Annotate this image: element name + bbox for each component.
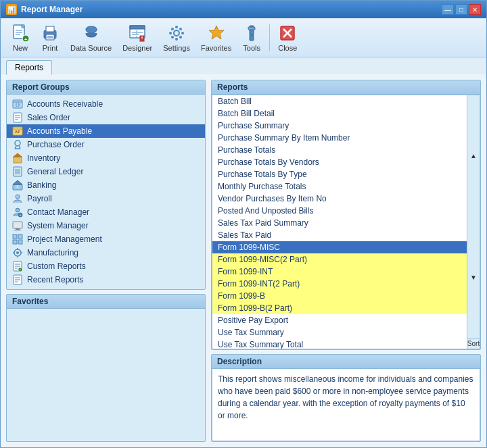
- group-manufacturing[interactable]: Manufacturing: [7, 246, 205, 259]
- toolbar-settings-button[interactable]: Settings: [158, 21, 195, 55]
- svg-rect-33: [250, 35, 254, 41]
- new-icon: +: [11, 24, 30, 43]
- group-accounts-receivable[interactable]: $ Accounts Receivable: [7, 97, 205, 111]
- report-groups-panel: Report Groups $ Accounts Receivable Sale…: [6, 80, 206, 290]
- report-purchase-totals-type[interactable]: Purchase Totals By Type: [212, 168, 467, 180]
- print-label: Print: [43, 44, 58, 52]
- group-banking[interactable]: $ Banking: [7, 178, 205, 192]
- maximize-button[interactable]: □: [455, 4, 467, 15]
- group-recent-reports[interactable]: Recent Reports: [7, 273, 205, 287]
- inventory-label: Inventory: [27, 153, 60, 163]
- svg-rect-66: [14, 230, 21, 230]
- report-sales-tax-paid[interactable]: Sales Tax Paid: [212, 229, 467, 241]
- svg-point-23: [175, 38, 178, 41]
- report-purchase-summary-item[interactable]: Purchase Summary By Item Number: [212, 132, 467, 144]
- reports-list[interactable]: Batch Bill Batch Bill Detail Purchase Su…: [212, 95, 467, 349]
- inventory-icon: [12, 153, 23, 164]
- report-monthly-purchase-totals[interactable]: Monthly Purchase Totals: [212, 180, 467, 193]
- reports-list-container: Batch Bill Batch Bill Detail Purchase Su…: [212, 95, 480, 349]
- svg-rect-67: [13, 234, 17, 239]
- window-close-button[interactable]: ✕: [469, 4, 481, 15]
- group-list: $ Accounts Receivable Sales Order AP: [7, 95, 205, 289]
- svg-text:$: $: [17, 184, 19, 189]
- reports-panel: Reports Batch Bill Batch Bill Detail Pur…: [211, 80, 481, 350]
- group-general-ledger[interactable]: General Ledger: [7, 165, 205, 178]
- reports-header: Reports: [212, 80, 480, 95]
- toolbar-datasource-button[interactable]: Data Source: [66, 21, 116, 55]
- toolbar-print-button[interactable]: Print: [36, 21, 64, 55]
- report-batch-bill[interactable]: Batch Bill: [212, 95, 467, 107]
- svg-rect-32: [248, 27, 255, 30]
- group-contact-manager[interactable]: + Contact Manager: [7, 205, 205, 219]
- svg-rect-9: [46, 34, 54, 40]
- toolbar-favorites-button[interactable]: Favorites: [196, 21, 236, 55]
- report-groups-header: Report Groups: [7, 80, 205, 95]
- sales-order-icon: [12, 112, 23, 123]
- sort-label: Sort: [467, 338, 480, 349]
- favorites-panel: Favorites: [6, 294, 206, 442]
- datasource-icon: [82, 24, 101, 43]
- svg-rect-8: [46, 26, 54, 32]
- group-system-manager[interactable]: System Manager: [7, 219, 205, 232]
- report-form-1099-b[interactable]: Form 1099-B: [212, 290, 467, 302]
- svg-rect-14: [130, 26, 145, 29]
- description-content: This report shows miscellaneous income f…: [212, 369, 480, 441]
- group-sales-order[interactable]: Sales Order: [7, 111, 205, 124]
- report-form-1099-b-2[interactable]: Form 1099-B(2 Part): [212, 302, 467, 314]
- group-purchase-order[interactable]: Purchase Order: [7, 138, 205, 151]
- general-ledger-label: General Ledger: [27, 167, 83, 176]
- scroll-down-button[interactable]: ▼: [467, 217, 480, 339]
- right-panel: Reports Batch Bill Batch Bill Detail Pur…: [211, 80, 481, 442]
- svg-point-25: [181, 32, 184, 34]
- contact-manager-icon: +: [12, 207, 23, 218]
- svg-rect-50: [14, 157, 22, 163]
- title-bar-left: 📊 Report Manager: [6, 4, 83, 15]
- favorites-icon: [207, 24, 226, 43]
- group-payroll[interactable]: Payroll: [7, 192, 205, 205]
- report-use-tax-summary[interactable]: Use Tax Summary: [212, 326, 467, 339]
- print-icon: [41, 24, 60, 43]
- svg-rect-69: [13, 240, 17, 244]
- general-ledger-icon: [12, 166, 23, 177]
- toolbar-new-button[interactable]: + New: [6, 21, 34, 55]
- group-project-management[interactable]: Project Management: [7, 232, 205, 246]
- report-purchase-totals[interactable]: Purchase Totals: [212, 144, 467, 156]
- group-accounts-payable[interactable]: AP Accounts Payable: [7, 124, 205, 138]
- designer-icon: [128, 24, 147, 43]
- settings-icon: [167, 24, 186, 43]
- svg-rect-52: [14, 167, 22, 176]
- svg-point-29: [179, 28, 182, 30]
- report-sales-tax-paid-summary[interactable]: Sales Tax Paid Summary: [212, 217, 467, 229]
- payroll-icon: [12, 193, 23, 204]
- group-inventory[interactable]: Inventory: [7, 151, 205, 165]
- report-posted-unposted-bills[interactable]: Posted And Unposted Bills: [212, 205, 467, 217]
- report-vendor-purchases-item[interactable]: Vendor Purchases By Item No: [212, 193, 467, 205]
- report-purchase-totals-vendors[interactable]: Purchase Totals By Vendors: [212, 156, 467, 168]
- report-form-1099-int[interactable]: Form 1099-INT: [212, 266, 467, 278]
- svg-point-72: [16, 251, 19, 254]
- svg-point-24: [169, 32, 172, 34]
- report-use-tax-summary-total[interactable]: Use Tax Summary Total: [212, 339, 467, 349]
- scroll-up-button[interactable]: ▲: [467, 95, 480, 217]
- toolbar-designer-button[interactable]: Designer: [118, 21, 157, 55]
- report-batch-bill-detail[interactable]: Batch Bill Detail: [212, 107, 467, 120]
- minimize-button[interactable]: —: [442, 4, 454, 15]
- tab-reports[interactable]: Reports: [6, 60, 52, 75]
- main-window: 📊 Report Manager — □ ✕ + New: [0, 0, 487, 448]
- group-custom-reports[interactable]: ✓ Custom Reports: [7, 259, 205, 273]
- toolbar-close-button[interactable]: Close: [273, 21, 302, 55]
- report-positive-pay-export[interactable]: Positive Pay Export: [212, 314, 467, 326]
- report-purchase-summary[interactable]: Purchase Summary: [212, 120, 467, 132]
- main-content: Report Groups $ Accounts Receivable Sale…: [1, 74, 486, 447]
- toolbar-tools-button[interactable]: Tools: [237, 21, 266, 55]
- svg-point-28: [171, 36, 174, 39]
- recent-reports-icon: [12, 274, 23, 285]
- report-form-1099-int-2[interactable]: Form 1099-INT(2 Part): [212, 278, 467, 290]
- report-form-1099-misc-2[interactable]: Form 1099-MISC(2 Part): [212, 253, 467, 266]
- svg-point-48: [15, 141, 20, 146]
- toolbar: + New Print: [1, 18, 486, 57]
- recent-reports-label: Recent Reports: [27, 275, 83, 284]
- svg-point-61: [16, 208, 20, 212]
- report-form-1099-misc[interactable]: Form 1099-MISC: [212, 241, 467, 253]
- accounts-receivable-icon: $: [12, 99, 23, 109]
